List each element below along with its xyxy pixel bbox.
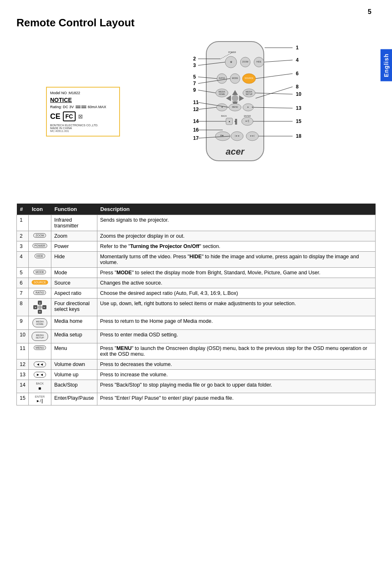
- col-header-description: Description: [97, 204, 376, 215]
- svg-text:5: 5: [193, 74, 196, 80]
- table-row: 12◄◄Volume downPress to decreases the vo…: [17, 359, 376, 370]
- table-row: 4HIDEHideMomentarily turns off the video…: [17, 252, 376, 268]
- row-num: 13: [17, 370, 29, 380]
- notice-title: NOTICE: [50, 97, 116, 103]
- svg-point-18: [232, 95, 238, 102]
- row-description: Press "Back/Stop" to stop playing media …: [97, 380, 376, 393]
- svg-text:POWER: POWER: [228, 51, 236, 53]
- svg-text:|◄◄: |◄◄: [235, 134, 239, 137]
- svg-text:▼: ▼: [234, 120, 236, 123]
- row-function: Hide: [51, 252, 97, 268]
- row-num: 12: [17, 359, 29, 370]
- row-function: Volume down: [51, 359, 97, 370]
- svg-text:MODE: MODE: [232, 77, 239, 79]
- row-icon: RATIO: [28, 288, 51, 299]
- svg-text:RATIO: RATIO: [219, 77, 225, 79]
- table-row: 7RATIOAspect ratioChoose the desired asp…: [17, 288, 376, 299]
- row-function: Four directional select keys: [51, 299, 97, 316]
- remote-diagram: POWER ⏻ ZOOM HIDE RATIO MODE SOURCE: [132, 37, 346, 191]
- row-function: Aspect ratio: [51, 288, 97, 299]
- row-num: 6: [17, 278, 29, 288]
- row-icon: ◄◄: [28, 359, 51, 370]
- row-icon: MEDIA HOME: [28, 316, 51, 330]
- svg-text:acer: acer: [226, 146, 245, 157]
- svg-text:SOURCE: SOURCE: [244, 77, 254, 79]
- svg-text:ENTER: ENTER: [244, 115, 251, 117]
- row-icon: HIDE: [28, 252, 51, 268]
- row-num: 3: [17, 241, 29, 252]
- row-icon: ZOOM: [28, 231, 51, 241]
- svg-text:6: 6: [296, 71, 299, 76]
- svg-text:13: 13: [296, 105, 302, 111]
- row-function: Power: [51, 241, 97, 252]
- row-num: 4: [17, 252, 29, 268]
- row-function: Media home: [51, 316, 97, 330]
- table-row: 6SOURCESourceChanges the active source.: [17, 278, 376, 288]
- row-description: Changes the active source.: [97, 278, 376, 288]
- row-description: Press "MENU" to launch the Onscreen disp…: [97, 343, 376, 359]
- row-icon: POWER: [28, 241, 51, 252]
- svg-text:◄: ◄: [251, 106, 254, 108]
- row-num: 2: [17, 231, 29, 241]
- row-icon: MEDIA SETUP: [28, 330, 51, 343]
- svg-text:7: 7: [193, 81, 196, 86]
- row-icon: SOURCE: [28, 278, 51, 288]
- row-icon: ►◄: [28, 370, 51, 380]
- svg-text:12: 12: [193, 107, 199, 112]
- svg-text:4: 4: [296, 57, 299, 63]
- svg-text:16: 16: [193, 127, 199, 133]
- table-row: 10MEDIA SETUPMedia setupPress to enter m…: [17, 330, 376, 343]
- svg-text:ZOOM: ZOOM: [242, 60, 249, 63]
- notice-rating: Rating: DC 3V 60mA MAX: [50, 105, 116, 109]
- row-function: Infrared transmitter: [51, 215, 97, 231]
- row-num: 11: [17, 343, 29, 359]
- svg-line-54: [264, 60, 293, 62]
- row-function: Back/Stop: [51, 380, 97, 393]
- row-function: Menu: [51, 343, 97, 359]
- svg-text:11: 11: [193, 100, 199, 105]
- table-row: 8 ▲ ◄ ► ▼ Four directional select keysUs…: [17, 299, 376, 316]
- row-num: 10: [17, 330, 29, 343]
- svg-text:1: 1: [296, 45, 299, 51]
- row-function: Enter/Play/Pause: [51, 393, 97, 405]
- svg-text:2: 2: [193, 56, 196, 62]
- row-function: Zoom: [51, 231, 97, 241]
- row-description: Use up, down, left, right buttons to sel…: [97, 299, 376, 316]
- row-description: Press to return to the Home page of Medi…: [97, 316, 376, 330]
- svg-text:►/║: ►/║: [245, 120, 249, 123]
- language-tab: English: [380, 49, 392, 81]
- col-header-num: #: [17, 204, 29, 215]
- row-description: Press "MODE" to select the display mode …: [97, 268, 376, 278]
- svg-text:9: 9: [193, 87, 196, 93]
- notice-box: Model NO :M1822 NOTICE Rating: DC 3V 60m…: [46, 87, 120, 137]
- svg-text:3: 3: [193, 63, 196, 68]
- notice-model: Model NO :M1822: [50, 91, 116, 95]
- row-function: Media setup: [51, 330, 97, 343]
- svg-text:■: ■: [228, 120, 230, 123]
- row-num: 15: [17, 393, 29, 405]
- svg-text:MENU: MENU: [232, 106, 238, 108]
- table-row: 14BACK■Back/StopPress "Back/Stop" to sto…: [17, 380, 376, 393]
- table-row: 15ENTER►/║Enter/Play/PausePress "Enter/ …: [17, 393, 376, 405]
- row-num: 14: [17, 380, 29, 393]
- mc-text: MC:40911.001: [50, 130, 116, 132]
- svg-text:►: ►: [247, 106, 249, 108]
- function-table: # Icon Function Description 1Infrared tr…: [16, 204, 376, 405]
- svg-text:⊞■: ⊞■: [220, 134, 223, 137]
- svg-text:⏻: ⏻: [230, 60, 232, 63]
- svg-text:HOME: HOME: [219, 93, 226, 95]
- svg-text:15: 15: [296, 118, 302, 124]
- table-row: 1Infrared transmitterSends signals to th…: [17, 215, 376, 231]
- row-icon: ENTER►/║: [28, 393, 51, 405]
- col-header-function: Function: [51, 204, 97, 215]
- page-number: 5: [368, 8, 371, 16]
- made-in-text: MADE IN CHINA: [50, 127, 116, 130]
- row-num: 8: [17, 299, 29, 316]
- svg-text:17: 17: [193, 135, 199, 141]
- row-num: 5: [17, 268, 29, 278]
- row-description: Press to increase the volume.: [97, 370, 376, 380]
- row-description: Choose the desired aspect ratio (Auto, F…: [97, 288, 376, 299]
- svg-text:SETUP: SETUP: [246, 93, 253, 95]
- row-description: Sends signals to the projector.: [97, 215, 376, 231]
- svg-text:18: 18: [296, 133, 302, 139]
